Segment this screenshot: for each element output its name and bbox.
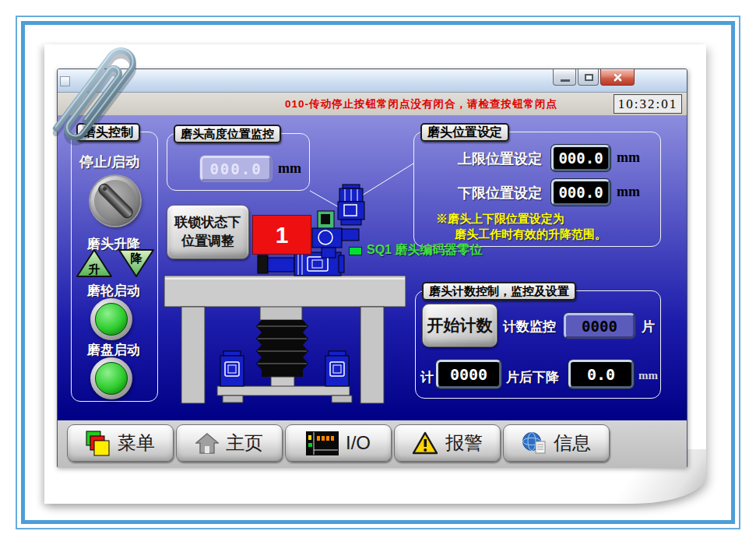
disc-start-label: 磨盘启动 <box>87 341 140 359</box>
wheel-start-button[interactable] <box>90 298 132 340</box>
menu-icon <box>86 431 111 456</box>
machine-bellows <box>256 320 308 377</box>
minimize-button[interactable] <box>553 69 576 86</box>
encoder-block <box>318 211 334 229</box>
count-control-group: 磨头计数控制，监控及设置 开始计数 计数监控 0000 片 计 0000 片后下… <box>415 290 661 399</box>
nav-info-button[interactable]: 信息 <box>503 424 610 462</box>
svg-text:升: 升 <box>88 262 100 276</box>
encoder-zero-led <box>349 247 362 255</box>
nav-menu-button[interactable]: 菜单 <box>67 424 174 462</box>
io-icon <box>306 431 339 455</box>
lower-unit: mm <box>617 184 640 200</box>
lift-down-button[interactable]: 降 <box>117 248 156 279</box>
alarm-message: 010-传动停止按钮常闭点没有闭合，请检查按钮常闭点 <box>285 93 557 116</box>
machine-leg-right <box>360 307 384 403</box>
close-button[interactable] <box>600 69 635 86</box>
disc-start-button[interactable] <box>90 357 132 399</box>
count-control-title: 磨头计数控制，监控及设置 <box>422 282 576 301</box>
drop-distance-input[interactable]: 0.0 <box>568 360 634 389</box>
count-target-input[interactable]: 0000 <box>436 360 501 389</box>
position-setting-group: 磨头位置设定 上限位置设定 000.0 mm 下限位置设定 000.0 mm ※… <box>413 132 661 247</box>
lift-up-button[interactable]: 升 <box>75 248 114 279</box>
height-monitor-group: 磨头高度位置监控 000.0 mm <box>167 133 310 191</box>
lower-limit-input[interactable]: 000.0 <box>551 179 610 206</box>
count-prefix-label: 计 <box>420 368 434 386</box>
setting-note-line2: 磨头工作时有效的升降范围。 <box>455 227 607 242</box>
nav-home-button[interactable]: 主页 <box>176 424 283 462</box>
maximize-button[interactable] <box>578 69 599 86</box>
interlock-adjust-button[interactable]: 联锁状态下 位置调整 <box>167 205 249 259</box>
encoder-zero-label: SQ1 磨头编码器零位 <box>367 242 482 258</box>
maximize-icon <box>585 74 593 81</box>
machine-graphic <box>155 159 420 408</box>
height-value-display: 000.0 <box>200 156 272 181</box>
machine-table <box>164 276 406 307</box>
alarm-icon <box>412 431 438 455</box>
machine-leg-left <box>181 307 205 403</box>
home-icon <box>195 433 219 454</box>
drop-unit: mm <box>638 369 658 382</box>
paperclip-decoration <box>27 11 175 182</box>
setting-note-line1: ※磨头上下限位置设定为 <box>436 212 564 227</box>
lower-limit-label: 下限位置设定 <box>458 184 542 202</box>
upper-unit: mm <box>617 149 640 166</box>
count-monitor-label: 计数监控 <box>503 318 556 336</box>
height-unit: mm <box>278 160 301 177</box>
count-monitor-display: 0000 <box>564 313 635 339</box>
wheel-start-label: 磨轮启动 <box>87 282 140 300</box>
minimize-icon <box>561 79 570 82</box>
status-indicator-box: 1 <box>252 215 311 255</box>
clock-display: 10:32:01 <box>614 94 682 114</box>
info-icon <box>522 431 547 455</box>
position-setting-title: 磨头位置设定 <box>420 123 509 142</box>
count-monitor-unit: 片 <box>642 318 655 336</box>
lower-motor-right <box>325 351 349 386</box>
upper-limit-input[interactable]: 000.0 <box>551 145 610 171</box>
after-drop-label: 片后下降 <box>506 368 559 386</box>
stop-start-knob[interactable] <box>90 176 140 226</box>
upper-limit-label: 上限位置设定 <box>458 149 542 168</box>
svg-text:降: 降 <box>131 251 143 265</box>
lower-motor-left <box>220 351 244 386</box>
nav-bar: 菜单 主页 I/O <box>58 420 687 468</box>
leader-line <box>310 191 339 207</box>
start-count-button[interactable]: 开始计数 <box>422 304 498 347</box>
height-monitor-title: 磨头高度位置监控 <box>174 125 281 143</box>
nav-io-button[interactable]: I/O <box>285 424 392 462</box>
machine-platform <box>217 386 350 396</box>
nav-alarm-button[interactable]: 报警 <box>394 424 501 462</box>
lift-motor <box>338 185 364 225</box>
